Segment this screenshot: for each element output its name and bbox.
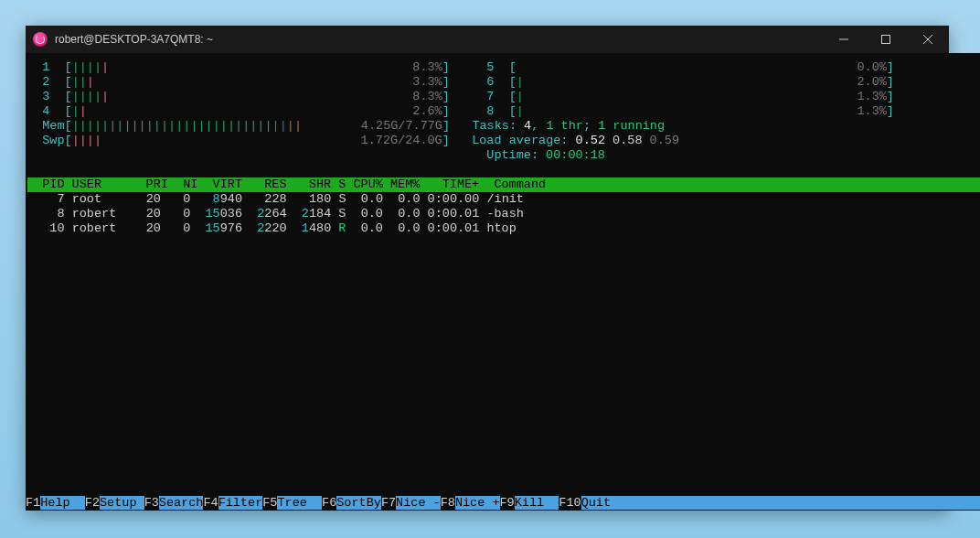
minimize-button[interactable] bbox=[823, 26, 865, 53]
fkey-F9[interactable]: F9 bbox=[500, 496, 515, 510]
titlebar[interactable]: robert@DESKTOP-3A7QMT8: ~ bbox=[26, 26, 949, 53]
fkey-label-F1[interactable]: Help bbox=[40, 496, 85, 510]
fkey-F7[interactable]: F7 bbox=[381, 496, 396, 510]
fkey-F2[interactable]: F2 bbox=[85, 496, 100, 510]
fkey-label-F2[interactable]: Setup bbox=[100, 496, 144, 510]
fkey-F1[interactable]: F1 bbox=[26, 496, 40, 510]
fkey-F4[interactable]: F4 bbox=[203, 496, 218, 510]
debian-logo-icon bbox=[33, 32, 48, 47]
terminal-window: robert@DESKTOP-3A7QMT8: ~ 1 [||||| 8.3%]… bbox=[26, 26, 949, 511]
process-row[interactable]: 8 robert 20 0 15036 2264 2184 S 0.0 0.0 … bbox=[27, 207, 524, 221]
fkey-F5[interactable]: F5 bbox=[262, 496, 277, 510]
fkey-F6[interactable]: F6 bbox=[322, 496, 336, 510]
close-button[interactable] bbox=[907, 26, 949, 53]
fkey-label-F8[interactable]: Nice + bbox=[455, 496, 500, 510]
maximize-button[interactable] bbox=[865, 26, 907, 53]
fkey-label-F9[interactable]: Kill bbox=[515, 496, 559, 510]
fkey-label-F6[interactable]: SortBy bbox=[336, 496, 381, 510]
fkey-label-F3[interactable]: Search bbox=[159, 496, 204, 510]
terminal-content[interactable]: 1 [||||| 8.3%] 5 [ 0.0%] 2 [||| 3.3%] 6 … bbox=[26, 53, 980, 511]
process-row[interactable]: 10 robert 20 0 15976 2220 1480 R 0.0 0.0… bbox=[27, 221, 517, 235]
fkey-F3[interactable]: F3 bbox=[144, 496, 159, 510]
fkey-label-F7[interactable]: Nice - bbox=[396, 496, 441, 510]
fkey-label-F5[interactable]: Tree bbox=[277, 496, 322, 510]
window-title: robert@DESKTOP-3A7QMT8: ~ bbox=[55, 33, 213, 46]
process-row[interactable]: 7 root 20 0 8940 228 180 S 0.0 0.0 0:00.… bbox=[27, 192, 524, 206]
fkey-F10[interactable]: F10 bbox=[559, 496, 581, 510]
function-key-bar: F1Help F2Setup F3SearchF4FilterF5Tree F6… bbox=[26, 496, 980, 511]
svg-rect-0 bbox=[882, 36, 890, 44]
fkey-label-F4[interactable]: Filter bbox=[218, 496, 263, 510]
fkey-F8[interactable]: F8 bbox=[441, 496, 455, 510]
process-header[interactable]: PID USER PRI NI VIRT RES SHR S CPU% MEM%… bbox=[27, 178, 980, 192]
fkey-label-F10[interactable]: Quit bbox=[581, 496, 626, 510]
